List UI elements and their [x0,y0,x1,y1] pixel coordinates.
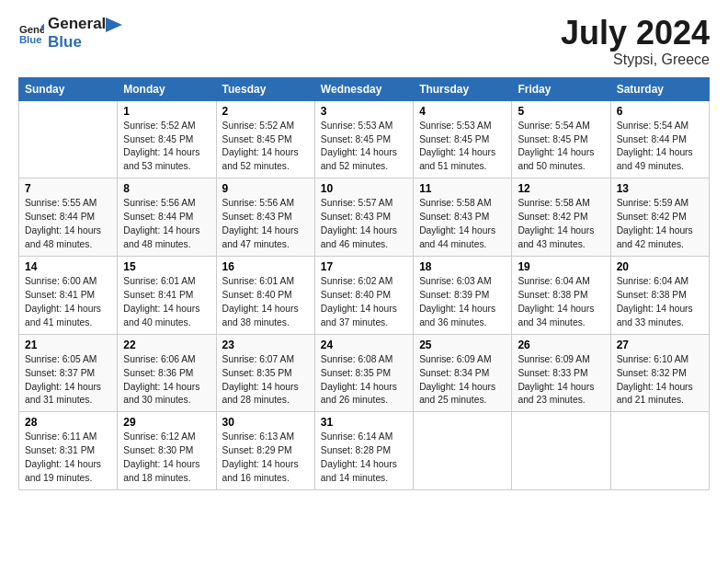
calendar-cell: 13Sunrise: 5:59 AMSunset: 8:42 PMDayligh… [610,178,709,257]
day-number: 8 [123,182,210,195]
calendar-cell: 12Sunrise: 5:58 AMSunset: 8:42 PMDayligh… [512,178,610,257]
day-info: Sunrise: 5:54 AMSunset: 8:44 PMDaylight:… [617,120,703,175]
calendar-cell: 21Sunrise: 6:05 AMSunset: 8:37 PMDayligh… [19,334,118,412]
logo-line1: General [48,15,106,33]
day-info: Sunrise: 6:06 AMSunset: 8:36 PMDaylight:… [123,353,210,408]
day-number: 25 [419,339,506,351]
day-info: Sunrise: 6:01 AMSunset: 8:41 PMDaylight:… [123,275,210,330]
calendar-cell: 20Sunrise: 6:04 AMSunset: 8:38 PMDayligh… [610,256,709,334]
calendar-cell: 7Sunrise: 5:55 AMSunset: 8:44 PMDaylight… [19,178,118,257]
day-number: 5 [518,105,604,118]
header-cell-monday: Monday [118,77,216,100]
day-info: Sunrise: 6:02 AMSunset: 8:40 PMDaylight:… [321,275,407,330]
calendar-cell: 31Sunrise: 6:14 AMSunset: 8:28 PMDayligh… [314,412,413,490]
page: General Blue General Blue July 2024 Styp… [0,0,728,563]
day-number: 27 [617,339,703,351]
calendar-cell: 9Sunrise: 5:56 AMSunset: 8:43 PMDaylight… [216,178,314,257]
header-cell-tuesday: Tuesday [216,77,314,100]
logo-icon: General Blue [18,20,44,46]
day-info: Sunrise: 6:04 AMSunset: 8:38 PMDaylight:… [617,275,703,330]
day-number: 22 [123,339,210,351]
day-info: Sunrise: 6:05 AMSunset: 8:37 PMDaylight:… [25,353,111,408]
calendar-cell: 17Sunrise: 6:02 AMSunset: 8:40 PMDayligh… [314,256,413,334]
logo-line2: Blue [48,33,106,52]
calendar-cell: 19Sunrise: 6:04 AMSunset: 8:38 PMDayligh… [512,256,610,334]
svg-text:General: General [19,24,44,35]
day-number: 17 [321,260,407,273]
subtitle: Stypsi, Greece [561,52,710,68]
calendar-cell: 4Sunrise: 5:53 AMSunset: 8:45 PMDaylight… [414,100,512,178]
calendar-cell: 1Sunrise: 5:52 AMSunset: 8:45 PMDaylight… [118,100,216,178]
day-number: 4 [419,105,506,118]
week-row-1: 1Sunrise: 5:52 AMSunset: 8:45 PMDaylight… [19,100,710,178]
day-info: Sunrise: 6:09 AMSunset: 8:34 PMDaylight:… [419,353,506,408]
day-info: Sunrise: 6:08 AMSunset: 8:35 PMDaylight:… [321,353,407,408]
calendar-cell: 29Sunrise: 6:12 AMSunset: 8:30 PMDayligh… [118,412,216,490]
day-info: Sunrise: 5:57 AMSunset: 8:43 PMDaylight:… [321,197,407,252]
calendar-cell: 5Sunrise: 5:54 AMSunset: 8:45 PMDaylight… [512,100,610,178]
day-info: Sunrise: 5:53 AMSunset: 8:45 PMDaylight:… [321,120,407,175]
calendar-cell [19,100,118,178]
day-number: 23 [222,339,309,351]
day-info: Sunrise: 6:09 AMSunset: 8:33 PMDaylight:… [518,353,604,408]
week-row-3: 14Sunrise: 6:00 AMSunset: 8:41 PMDayligh… [19,256,710,334]
day-number: 20 [617,260,703,273]
header-cell-thursday: Thursday [414,77,512,100]
day-number: 24 [321,339,407,351]
day-info: Sunrise: 6:07 AMSunset: 8:35 PMDaylight:… [222,353,309,408]
day-number: 18 [419,260,506,273]
day-number: 26 [518,339,604,351]
calendar-cell: 8Sunrise: 5:56 AMSunset: 8:44 PMDaylight… [118,178,216,257]
day-info: Sunrise: 5:54 AMSunset: 8:45 PMDaylight:… [518,120,604,175]
day-info: Sunrise: 6:14 AMSunset: 8:28 PMDaylight:… [321,431,407,486]
header-cell-wednesday: Wednesday [314,77,413,100]
day-info: Sunrise: 5:52 AMSunset: 8:45 PMDaylight:… [123,120,210,175]
day-info: Sunrise: 6:00 AMSunset: 8:41 PMDaylight:… [25,275,111,330]
day-info: Sunrise: 6:10 AMSunset: 8:32 PMDaylight:… [617,353,703,408]
day-info: Sunrise: 6:12 AMSunset: 8:30 PMDaylight:… [123,431,210,486]
day-info: Sunrise: 5:58 AMSunset: 8:43 PMDaylight:… [419,197,506,252]
calendar-cell: 2Sunrise: 5:52 AMSunset: 8:45 PMDaylight… [216,100,314,178]
calendar-cell: 25Sunrise: 6:09 AMSunset: 8:34 PMDayligh… [414,334,512,412]
title-block: July 2024 Stypsi, Greece [561,15,710,68]
svg-marker-4 [106,17,122,32]
calendar-cell [512,412,610,490]
week-row-2: 7Sunrise: 5:55 AMSunset: 8:44 PMDaylight… [19,178,710,257]
day-number: 19 [518,260,604,273]
day-number: 15 [123,260,210,273]
day-info: Sunrise: 6:03 AMSunset: 8:39 PMDaylight:… [419,275,506,330]
calendar-cell: 10Sunrise: 5:57 AMSunset: 8:43 PMDayligh… [314,178,413,257]
day-number: 10 [321,182,407,195]
week-row-4: 21Sunrise: 6:05 AMSunset: 8:37 PMDayligh… [19,334,710,412]
day-number: 1 [123,105,210,118]
day-info: Sunrise: 5:59 AMSunset: 8:42 PMDaylight:… [617,197,703,252]
day-number: 12 [518,182,604,195]
day-info: Sunrise: 6:11 AMSunset: 8:31 PMDaylight:… [25,431,111,486]
day-number: 7 [25,182,111,195]
logo-flag-icon [106,17,122,41]
day-number: 6 [617,105,703,118]
day-number: 16 [222,260,309,273]
day-number: 21 [25,339,111,351]
day-number: 13 [617,182,703,195]
calendar-cell: 30Sunrise: 6:13 AMSunset: 8:29 PMDayligh… [216,412,314,490]
day-info: Sunrise: 6:04 AMSunset: 8:38 PMDaylight:… [518,275,604,330]
calendar-cell: 14Sunrise: 6:00 AMSunset: 8:41 PMDayligh… [19,256,118,334]
calendar-cell: 6Sunrise: 5:54 AMSunset: 8:44 PMDaylight… [610,100,709,178]
day-info: Sunrise: 6:13 AMSunset: 8:29 PMDaylight:… [222,431,309,486]
calendar-cell: 22Sunrise: 6:06 AMSunset: 8:36 PMDayligh… [118,334,216,412]
day-number: 14 [25,260,111,273]
header-cell-sunday: Sunday [19,77,118,100]
calendar-cell: 26Sunrise: 6:09 AMSunset: 8:33 PMDayligh… [512,334,610,412]
day-number: 11 [419,182,506,195]
calendar-cell: 15Sunrise: 6:01 AMSunset: 8:41 PMDayligh… [118,256,216,334]
day-info: Sunrise: 5:56 AMSunset: 8:44 PMDaylight:… [123,197,210,252]
header-cell-saturday: Saturday [610,77,709,100]
day-number: 30 [222,416,309,429]
calendar-cell: 3Sunrise: 5:53 AMSunset: 8:45 PMDaylight… [314,100,413,178]
week-row-5: 28Sunrise: 6:11 AMSunset: 8:31 PMDayligh… [19,412,710,490]
day-number: 2 [222,105,309,118]
calendar-table: SundayMondayTuesdayWednesdayThursdayFrid… [18,77,710,490]
day-number: 31 [321,416,407,429]
header-row: SundayMondayTuesdayWednesdayThursdayFrid… [19,77,710,100]
